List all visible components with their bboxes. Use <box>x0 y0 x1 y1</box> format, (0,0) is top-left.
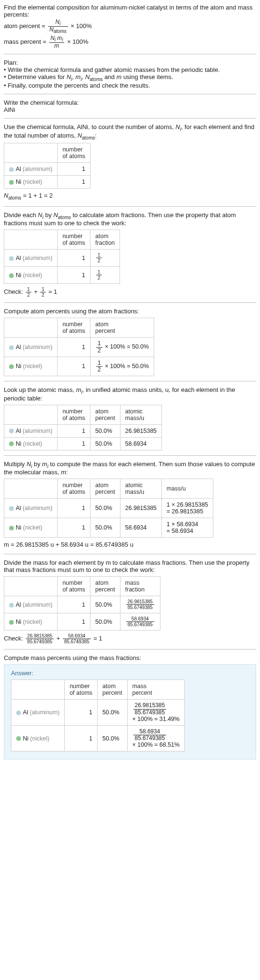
table-row: Ni (nickel) 1 12 <box>4 267 120 284</box>
atomic-mass-desc: Look up the atomic mass, mi, in unified … <box>4 386 256 402</box>
answer-box: Answer: number of atoms atom percent mas… <box>4 664 256 760</box>
plan-block: Plan: • Write the chemical formula and g… <box>4 59 256 89</box>
table-row: Al (aluminum) 1 50.0% 26.9815385 1 × 26.… <box>4 499 213 518</box>
element-dot-al <box>9 167 14 172</box>
mass-frac-table: number of atoms atom percent mass fracti… <box>4 576 160 630</box>
intro-line: Find the elemental composition for alumi… <box>4 4 256 18</box>
table-row: Al (aluminum) 1 <box>4 163 90 176</box>
answer-label: Answer: <box>11 670 249 677</box>
mass-calc-desc: Multiply Ni by mi to compute the mass fo… <box>4 460 256 476</box>
atom-frac-check: Check: 12 + 12 = 1 <box>4 287 256 298</box>
atom-frac-table: number of atoms atom fraction Al (alumin… <box>4 230 120 284</box>
table-row: Ni (nickel) 1 50.0% 58.6934 <box>4 437 162 450</box>
chem-formula: AlNi <box>4 106 256 113</box>
atom-percents-block: Compute atom percents using the atom fra… <box>4 308 256 376</box>
table-row: Al (aluminum) 1 50.0% 26.981538585.67493… <box>11 700 185 725</box>
table-row: Al (aluminum) 1 12 × 100% = 50.0% <box>4 338 154 357</box>
mass-fractions-block: Divide the mass for each element by m to… <box>4 559 256 644</box>
table-row: Ni (nickel) 1 <box>4 176 90 189</box>
atomic-mass-block: Look up the atomic mass, mi, in unified … <box>4 386 256 450</box>
chem-title: Write the chemical formula: <box>4 99 256 106</box>
table-row: Al (aluminum) 1 50.0% 26.9815385 <box>4 424 162 437</box>
atom-fractions-block: Divide each Ni by Natoms to calculate at… <box>4 211 256 298</box>
final-desc: Compute mass percents using the mass fra… <box>4 654 256 661</box>
plan-bullet: • Write the chemical formula and gather … <box>4 66 256 73</box>
atom-frac-desc: Divide each Ni by Natoms to calculate at… <box>4 211 256 227</box>
table-row: Ni (nickel) 1 50.0% 58.6934 1 × 58.6934 … <box>4 518 213 538</box>
element-dot-ni <box>9 180 14 185</box>
natoms-sum: Natoms = 1 + 1 = 2 <box>4 191 256 201</box>
atoms-table: number of atoms Al (aluminum) 1 Ni (nick… <box>4 143 90 189</box>
plan-title: Plan: <box>4 59 256 66</box>
count-atoms-desc: Use the chemical formula, AlNi, to count… <box>4 123 256 140</box>
mass-calc-block: Multiply Ni by mi to compute the mass fo… <box>4 460 256 550</box>
mass-frac-check: Check: 26.981538585.6749385 + 58.693485.… <box>4 633 256 644</box>
count-atoms-block: Use the chemical formula, AlNi, to count… <box>4 123 256 201</box>
mass-percent-formula: mass percent = Ni mi m × 100% <box>4 35 256 50</box>
final-block: Compute mass percents using the mass fra… <box>4 654 256 760</box>
table-row: Al (aluminum) 1 50.0% 26.981538585.67493… <box>4 596 160 613</box>
intro-text: Find the elemental composition for alumi… <box>4 4 256 49</box>
mass-calc-table: number of atoms atom percent atomic mass… <box>4 479 213 538</box>
mass-sum: m = 26.9815385 u + 58.6934 u = 85.674938… <box>4 540 256 549</box>
table-row: Ni (nickel) 1 12 × 100% = 50.0% <box>4 357 154 376</box>
col-atoms: number of atoms <box>58 143 90 163</box>
mass-frac-desc: Divide the mass for each element by m to… <box>4 559 256 573</box>
atom-percent-formula: atom percent = Ni Natoms × 100% <box>4 19 256 34</box>
atomic-mass-table: number of atoms atom percent atomic mass… <box>4 405 162 450</box>
table-row: Al (aluminum) 1 12 <box>4 250 120 267</box>
table-row: Ni (nickel) 1 50.0% 58.693485.6749385 × … <box>11 725 185 751</box>
answer-table: number of atoms atom percent mass percen… <box>11 680 185 751</box>
plan-bullet: • Determine values for Ni, mi, Natoms an… <box>4 73 256 82</box>
atom-pct-desc: Compute atom percents using the atom fra… <box>4 308 256 315</box>
chemical-formula-block: Write the chemical formula: AlNi <box>4 99 256 113</box>
atom-pct-table: number of atoms atom percent Al (aluminu… <box>4 318 154 376</box>
table-row: Ni (nickel) 1 50.0% 58.693485.6749385 <box>4 613 160 630</box>
plan-bullet: • Finally, compute the percents and chec… <box>4 82 256 89</box>
